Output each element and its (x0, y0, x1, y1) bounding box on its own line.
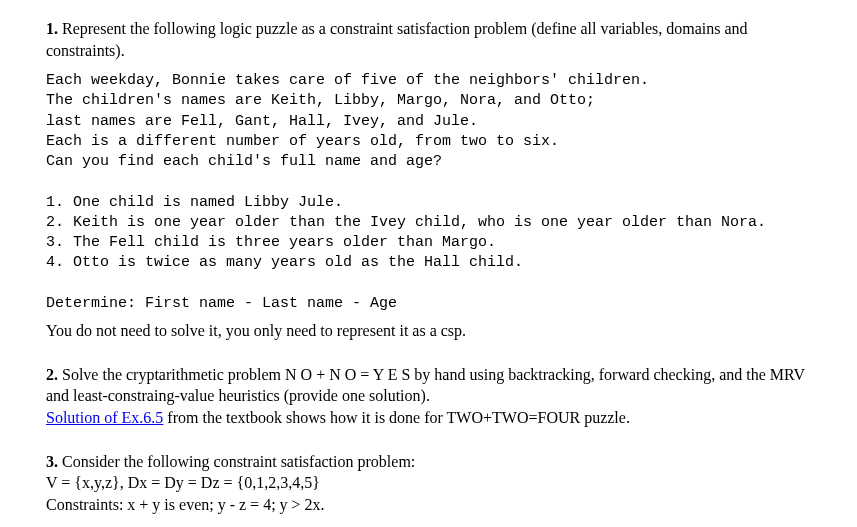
q2-after-link: from the textbook shows how it is done f… (163, 409, 630, 426)
q1-closing: You do not need to solve it, you only ne… (46, 320, 811, 342)
q1-code-block: Each weekday, Bonnie takes care of five … (46, 71, 811, 314)
q2-solution-link[interactable]: Solution of Ex.6.5 (46, 409, 163, 426)
q2-prompt: Solve the cryptarithmetic problem N O + … (46, 366, 805, 405)
q1-number: 1. (46, 20, 58, 37)
q3-line2: V = {x,y,z}, Dx = Dy = Dz = {0,1,2,3,4,5… (46, 474, 320, 491)
q1-heading: 1. Represent the following logic puzzle … (46, 18, 811, 61)
q3-heading: 3. Consider the following constraint sat… (46, 451, 811, 516)
q1-prompt: Represent the following logic puzzle as … (46, 20, 748, 59)
q2-number: 2. (46, 366, 58, 383)
q2-heading: 2. Solve the cryptarithmetic problem N O… (46, 364, 811, 429)
q3-number: 3. (46, 453, 58, 470)
q3-line1: Consider the following constraint satisf… (62, 453, 415, 470)
page-container: 1. Represent the following logic puzzle … (0, 0, 857, 527)
q3-line3: Constraints: x + y is even; y - z = 4; y… (46, 496, 325, 513)
